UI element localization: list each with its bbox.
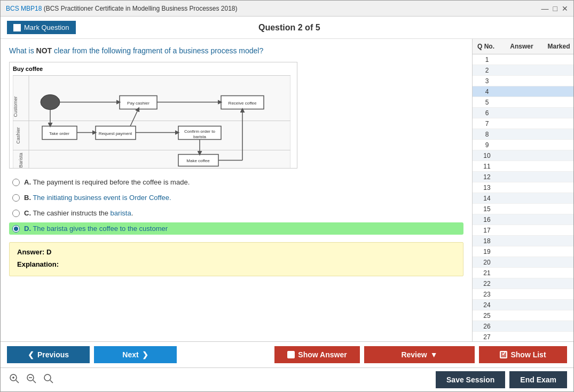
- svg-text:Customer: Customer: [13, 96, 18, 117]
- svg-text:Barista: Barista: [18, 153, 23, 167]
- radio-a[interactable]: [12, 179, 20, 186]
- sidebar-list: 1 2 3 4 5 6 7 8: [473, 54, 573, 341]
- window-title: BCS MBP18 (BCS Practitioner Certificate …: [6, 5, 238, 12]
- sidebar-row[interactable]: 22: [473, 278, 573, 289]
- save-session-button[interactable]: Save Session: [436, 371, 505, 388]
- question-text: What is NOT clear from the following fra…: [9, 45, 463, 57]
- sidebar-row[interactable]: 5: [473, 97, 573, 108]
- svg-line-38: [50, 380, 53, 383]
- toolbar: Mark Question Question 2 of 5: [1, 17, 573, 39]
- sidebar-row[interactable]: 23: [473, 289, 573, 300]
- svg-text:Take order: Take order: [49, 131, 69, 136]
- next-button[interactable]: Next ❯: [94, 346, 177, 363]
- sidebar-row[interactable]: 1: [473, 54, 573, 65]
- emphasis-not: NOT: [36, 46, 52, 55]
- zoom-bar: Save Session End Exam: [1, 367, 573, 391]
- sidebar-row[interactable]: 13: [473, 182, 573, 193]
- sidebar-row[interactable]: 15: [473, 204, 573, 214]
- answer-option-b[interactable]: B. The initiating business event is Orde…: [9, 191, 463, 204]
- sidebar-row[interactable]: 16: [473, 214, 573, 225]
- zoom-in-icon: [9, 373, 20, 384]
- svg-point-7: [41, 95, 60, 110]
- content-area: Mark Question Question 2 of 5 What is NO…: [1, 17, 573, 391]
- zoom-reset-button[interactable]: [41, 372, 56, 387]
- bottom-nav: ❮ Previous Next ❯ Show Answer Review ▼ ✓…: [1, 341, 573, 367]
- answers-section: A. The payment is required before the co…: [9, 176, 463, 235]
- sidebar-row[interactable]: 8: [473, 129, 573, 140]
- svg-text:Pay cashier: Pay cashier: [127, 101, 150, 106]
- maximize-icon[interactable]: □: [553, 4, 557, 13]
- show-answer-icon: [287, 351, 295, 358]
- answer-option-d[interactable]: D. The barista gives the coffee to the c…: [9, 222, 463, 235]
- sidebar-row[interactable]: 18: [473, 236, 573, 246]
- title-bar: BCS MBP18 (BCS Practitioner Certificate …: [1, 1, 573, 17]
- zoom-in-button[interactable]: [7, 372, 22, 387]
- answer-label-d: D. The barista gives the coffee to the c…: [24, 225, 168, 233]
- chevron-right-icon: ❯: [142, 350, 148, 359]
- svg-rect-0: [13, 76, 290, 169]
- sidebar-row[interactable]: 2: [473, 65, 573, 76]
- mark-question-label: Mark Question: [24, 23, 69, 31]
- zoom-out-button[interactable]: [24, 372, 39, 387]
- svg-text:Request payment: Request payment: [99, 131, 132, 136]
- sidebar-row[interactable]: 14: [473, 193, 573, 204]
- zoom-out-icon: [26, 373, 37, 384]
- chevron-left-icon: ❮: [28, 350, 34, 359]
- answer-line: Answer: D: [17, 248, 455, 256]
- sidebar-row[interactable]: 17: [473, 225, 573, 236]
- review-button[interactable]: Review ▼: [364, 346, 475, 363]
- sidebar-row[interactable]: 7: [473, 118, 573, 129]
- sidebar-row[interactable]: 19: [473, 246, 573, 257]
- previous-button[interactable]: ❮ Previous: [7, 346, 90, 363]
- question-panel: What is NOT clear from the following fra…: [1, 39, 472, 341]
- sidebar-row[interactable]: 3: [473, 76, 573, 86]
- end-exam-button[interactable]: End Exam: [509, 371, 567, 388]
- sidebar-row[interactable]: 11: [473, 161, 573, 172]
- answer-label-c: C. The cashier instructs the barista.: [24, 209, 133, 217]
- sidebar: Q No. Answer Marked 1 2 3 4 5: [472, 39, 573, 341]
- sidebar-col-qno: Q No.: [473, 41, 499, 52]
- explanation-box: Answer: D Explanation:: [9, 242, 463, 276]
- sidebar-row[interactable]: 4: [473, 86, 573, 97]
- sidebar-row[interactable]: 12: [473, 172, 573, 182]
- sidebar-row[interactable]: 20: [473, 257, 573, 268]
- minimize-icon[interactable]: —: [541, 4, 549, 13]
- show-list-button[interactable]: ✓ Show List: [479, 346, 567, 363]
- sidebar-row[interactable]: 6: [473, 108, 573, 118]
- sidebar-col-answer: Answer: [499, 41, 544, 52]
- sidebar-col-marked: Marked: [544, 41, 573, 52]
- svg-text:barista: barista: [193, 134, 207, 139]
- svg-text:Confirm order to: Confirm order to: [184, 129, 215, 134]
- answer-option-a[interactable]: A. The payment is required before the co…: [9, 176, 463, 188]
- sidebar-row[interactable]: 25: [473, 310, 573, 321]
- sidebar-row[interactable]: 9: [473, 140, 573, 150]
- svg-text:Receive coffee: Receive coffee: [229, 101, 257, 106]
- checkbox-icon: ✓: [500, 351, 507, 358]
- answer-label-a: A. The payment is required before the co…: [24, 178, 190, 186]
- answer-option-c[interactable]: C. The cashier instructs the barista.: [9, 207, 463, 219]
- window-frame: BCS MBP18 (BCS Practitioner Certificate …: [0, 0, 574, 392]
- mark-question-button[interactable]: Mark Question: [7, 21, 76, 34]
- zoom-reset-icon: [43, 373, 54, 384]
- bookmark-icon: [13, 24, 21, 31]
- diagram-title: Buy coffee: [13, 66, 294, 72]
- radio-c[interactable]: [12, 210, 20, 217]
- radio-d[interactable]: [12, 225, 20, 233]
- svg-text:Cashier: Cashier: [15, 127, 21, 143]
- svg-line-36: [33, 380, 36, 383]
- diagram-svg: Customer Cashier Barista Pay cashier: [13, 74, 290, 169]
- svg-point-37: [44, 374, 51, 381]
- sidebar-row[interactable]: 24: [473, 300, 573, 310]
- sidebar-row[interactable]: 27: [473, 332, 573, 341]
- sidebar-row[interactable]: 26: [473, 321, 573, 332]
- sidebar-row[interactable]: 10: [473, 150, 573, 161]
- radio-b[interactable]: [12, 194, 20, 202]
- sidebar-header: Q No. Answer Marked: [473, 39, 573, 54]
- close-icon[interactable]: ✕: [562, 4, 568, 13]
- emphasis-fragment: fragment: [133, 46, 162, 55]
- svg-line-33: [16, 380, 19, 383]
- window-controls: — □ ✕: [541, 4, 568, 13]
- diagram-inner: Buy coffee Customer Cashier Barista: [10, 62, 297, 169]
- sidebar-row[interactable]: 21: [473, 268, 573, 278]
- show-answer-button[interactable]: Show Answer: [274, 346, 360, 363]
